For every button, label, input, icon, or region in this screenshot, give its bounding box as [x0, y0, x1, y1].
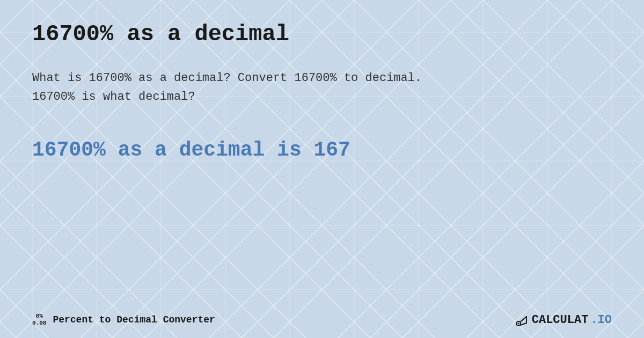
svg-line-10 [520, 323, 526, 325]
footer-right: CALCULAT.IO [515, 312, 612, 327]
calculat-logo: CALCULAT.IO [515, 312, 612, 327]
percent-fraction: 8% 0.08 [32, 313, 46, 327]
description: What is 16700% as a decimal? Convert 167… [32, 69, 612, 106]
footer-left: 8% 0.08 Percent to Decimal Converter [32, 313, 215, 327]
description-line2: 16700% is what decimal? [32, 90, 195, 104]
page-title: 16700% as a decimal [32, 21, 612, 47]
svg-line-9 [520, 317, 526, 322]
result-section: 16700% as a decimal is 167 [32, 138, 612, 161]
fraction-top: 8% [36, 313, 43, 320]
logo-icon [515, 312, 530, 327]
result-text: 16700% as a decimal is 167 [32, 138, 612, 161]
footer-label: Percent to Decimal Converter [53, 314, 215, 325]
fraction-bottom: 0.08 [32, 320, 46, 327]
logo-text-highlight: .IO [590, 313, 612, 327]
svg-point-8 [517, 323, 519, 325]
description-line1: What is 16700% as a decimal? Convert 167… [32, 71, 422, 85]
footer: 8% 0.08 Percent to Decimal Converter CAL… [32, 312, 612, 327]
logo-text-main: CALCULAT [532, 313, 589, 327]
